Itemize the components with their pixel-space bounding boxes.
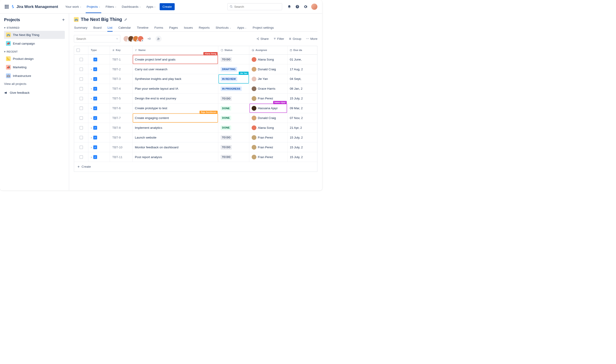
cell-due[interactable]: 17 Aug, 2 [287, 64, 311, 74]
row-checkbox[interactable] [80, 126, 83, 130]
sidebar-project-the-next-big-thing[interactable]: 🚌The Next Big Thing [4, 31, 65, 39]
cell-name[interactable]: Create project brief and goalsAlana Song [133, 55, 218, 64]
cell-assignee[interactable]: Donald Craig [249, 113, 287, 123]
cell-name[interactable]: Design the end to end journey [133, 94, 218, 103]
cell-assignee[interactable]: Grace Harris [249, 84, 287, 93]
member-avatar[interactable]: A [138, 36, 144, 42]
cell-name[interactable]: Plan your website layout and IA [133, 84, 218, 93]
row-checkbox[interactable] [80, 97, 83, 100]
view-all-projects-link[interactable]: View all projects [4, 82, 65, 86]
create-issue-row[interactable]: + Create [74, 162, 317, 171]
app-switcher-icon[interactable] [5, 5, 9, 9]
cell-name[interactable]: Create engaging contentRaja Sundaram [133, 113, 218, 123]
sidebar-section-recent[interactable]: ▾ RECENT [4, 50, 65, 53]
row-checkbox[interactable] [80, 87, 83, 91]
cell-status[interactable]: TO DO [218, 143, 249, 152]
expand-icon[interactable]: › [91, 106, 92, 110]
more-button[interactable]: ⋯More [306, 37, 317, 40]
cell-status[interactable]: TO DO [218, 152, 249, 162]
cell-status[interactable]: IN REVIEWJie Yan [218, 74, 249, 84]
row-checkbox[interactable] [80, 77, 83, 81]
cell-status[interactable]: TO DO [218, 133, 249, 142]
cell-due[interactable]: 21 Apr, 2 [287, 123, 311, 132]
nav-item-apps[interactable]: Apps⌄ [146, 0, 156, 13]
table-row[interactable]: › TBT-2 Carry out user research DRAFTING… [74, 64, 317, 74]
nav-item-filters[interactable]: Filters⌄ [106, 0, 117, 13]
settings-icon[interactable] [303, 4, 308, 9]
cell-key[interactable]: TBT-9 [110, 133, 132, 142]
cell-status[interactable]: IN PROGRESS [218, 84, 249, 93]
list-search[interactable] [74, 35, 120, 42]
cell-key[interactable]: TBT-4 [110, 84, 132, 93]
cell-status[interactable]: DONE [218, 123, 249, 132]
tab-reports[interactable]: Reports [199, 24, 210, 31]
table-row[interactable]: › TBT-8 Implement analytics DONE Alana S… [74, 123, 317, 133]
cell-due[interactable]: 01 June, [287, 55, 311, 64]
cell-key[interactable]: TBT-8 [110, 123, 132, 132]
row-checkbox[interactable] [80, 116, 83, 120]
expand-icon[interactable]: › [91, 67, 92, 71]
expand-icon[interactable]: › [91, 136, 92, 139]
cell-due[interactable]: 15 July, 2 [287, 133, 311, 142]
cell-due[interactable]: 04 Sept, [287, 74, 311, 84]
table-row[interactable]: › TBT-10 Monitor feedback on dashboard T… [74, 143, 317, 152]
cell-assignee[interactable]: Jie Yan [249, 74, 287, 84]
expand-icon[interactable]: › [91, 87, 92, 91]
help-icon[interactable]: ? [295, 4, 300, 9]
search-input[interactable] [234, 5, 280, 8]
cell-key[interactable]: TBT-10 [110, 143, 132, 152]
add-member-button[interactable] [155, 36, 162, 42]
table-row[interactable]: › TBT-9 Launch website TO DO Fran Perez … [74, 133, 317, 143]
cell-status[interactable]: DONE [218, 103, 249, 113]
cell-status[interactable]: TO DO [218, 94, 249, 103]
cell-name[interactable]: Launch website [133, 133, 218, 142]
cell-due[interactable]: 07 Nov, 2 [287, 113, 311, 123]
select-all-checkbox[interactable] [77, 49, 80, 52]
sidebar-project-infrastructure[interactable]: 🤖Infrastructure [4, 72, 65, 80]
row-checkbox[interactable] [80, 136, 83, 139]
cell-key[interactable]: TBT-5 [110, 94, 132, 103]
group-button[interactable]: Group [289, 37, 301, 40]
table-row[interactable]: › TBT-4 Plan your website layout and IA … [74, 84, 317, 94]
tab-summary[interactable]: Summary [74, 24, 87, 31]
sidebar-section-starred[interactable]: ▾ STARRED [4, 26, 65, 30]
row-checkbox[interactable] [80, 146, 83, 149]
tab-board[interactable]: Board [93, 24, 102, 31]
sidebar-project-email-campaign[interactable]: 📣Email campaign [4, 39, 65, 48]
profile-avatar[interactable] [311, 4, 317, 10]
give-feedback-link[interactable]: Give feedback [4, 91, 65, 95]
filter-button[interactable]: Filter [273, 37, 284, 40]
create-button[interactable]: Create [160, 3, 175, 10]
col-due[interactable]: Due da [287, 46, 311, 54]
cell-name[interactable]: Carry out user research [133, 64, 218, 74]
nav-item-projects[interactable]: Projects⌄ [86, 0, 100, 13]
cell-name[interactable]: Implement analytics [133, 123, 218, 132]
table-row[interactable]: › TBT-7 Create engaging contentRaja Sund… [74, 113, 317, 123]
row-checkbox[interactable] [80, 58, 83, 61]
tab-shortcuts[interactable]: Shortcuts⌄ [215, 24, 231, 31]
cell-assignee[interactable]: Donald Craig [249, 64, 287, 74]
table-row[interactable]: TBT-1 Create project brief and goalsAlan… [74, 55, 317, 64]
cell-assignee[interactable]: Alana Song [249, 55, 287, 64]
avatar-overflow[interactable]: +3 [147, 37, 150, 40]
cell-key[interactable]: TBT-1 [110, 55, 132, 64]
sidebar-project-marketing[interactable]: 📣Marketing [4, 63, 65, 71]
logo[interactable]: Jira Work Management [11, 5, 58, 9]
cell-name[interactable]: Post report analysis [133, 152, 218, 162]
cell-due[interactable]: 08 Jan, 2 [287, 84, 311, 93]
tab-timeline[interactable]: Timeline [137, 24, 149, 31]
cell-key[interactable]: TBT-3 [110, 74, 132, 84]
cell-key[interactable]: TBT-2 [110, 64, 132, 74]
tab-calendar[interactable]: Calendar [118, 24, 131, 31]
table-row[interactable]: › TBT-3 Synthesise insights and play bac… [74, 74, 317, 84]
cell-assignee[interactable]: Fran Perez [249, 143, 287, 152]
table-row[interactable]: › TBT-11 Post report analysis TO DO Fran… [74, 152, 317, 162]
cell-assignee[interactable]: Hassana AjayiIvana Ajayi [249, 103, 287, 113]
cell-status[interactable]: TO DO [218, 55, 249, 64]
row-checkbox[interactable] [80, 106, 83, 110]
expand-icon[interactable]: › [91, 77, 92, 81]
cell-name[interactable]: Synthesise insights and play back [133, 74, 218, 84]
cell-assignee[interactable]: Fran Perez [249, 133, 287, 142]
tab-apps[interactable]: Apps⌄ [237, 24, 247, 31]
cell-assignee[interactable]: Fran Perez [249, 152, 287, 162]
